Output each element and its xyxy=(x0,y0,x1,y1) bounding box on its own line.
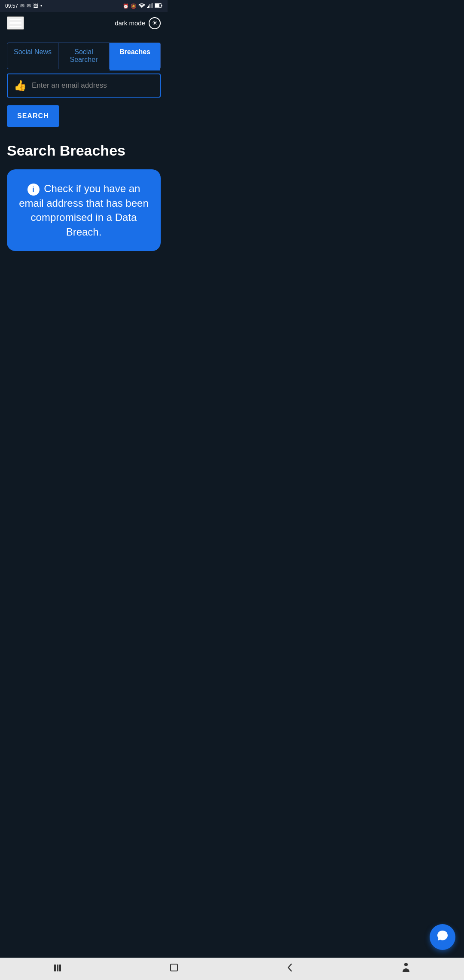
dark-mode-container: dark mode ☀ xyxy=(115,17,161,29)
wifi-icon xyxy=(138,3,145,9)
email1-icon: ✉ xyxy=(20,3,24,9)
dot-indicator: • xyxy=(40,3,42,9)
tab-social-news-label: Social News xyxy=(14,48,52,55)
svg-rect-3 xyxy=(150,4,150,8)
info-icon: i xyxy=(27,184,40,196)
svg-rect-4 xyxy=(151,3,152,8)
brightness-icon: ☀ xyxy=(152,19,158,27)
hamburger-line-1 xyxy=(9,19,21,20)
thumbs-up-icon: 👍 xyxy=(14,80,27,92)
tab-breaches[interactable]: Breaches xyxy=(110,43,160,69)
tab-social-searcher[interactable]: Social Searcher xyxy=(58,43,110,69)
status-left: 09:57 ✉ ✉ 🖼 • xyxy=(5,3,42,9)
signal-icon xyxy=(147,3,153,9)
image-icon: 🖼 xyxy=(33,3,38,9)
search-button-label: SEARCH xyxy=(17,112,49,119)
status-time: 09:57 xyxy=(5,3,18,9)
dark-mode-label: dark mode xyxy=(115,19,145,27)
mute-icon: 🔕 xyxy=(131,3,137,9)
svg-rect-5 xyxy=(152,3,153,8)
main-content: 👍 SEARCH Search Breaches i Check if you … xyxy=(0,74,168,303)
hamburger-menu-button[interactable] xyxy=(7,16,24,30)
page-title: Search Breaches xyxy=(7,142,161,159)
svg-rect-1 xyxy=(147,7,148,8)
svg-rect-8 xyxy=(162,5,162,6)
dark-mode-toggle[interactable]: ☀ xyxy=(149,17,161,29)
email-search-container: 👍 xyxy=(7,74,161,98)
hamburger-line-3 xyxy=(9,26,21,27)
status-bar: 09:57 ✉ ✉ 🖼 • ⏰ 🔕 xyxy=(0,0,168,12)
info-card-text: i Check if you have an email address tha… xyxy=(17,181,150,239)
tab-bar: Social News Social Searcher Breaches xyxy=(7,43,161,69)
info-card: i Check if you have an email address tha… xyxy=(7,169,161,251)
battery-icon xyxy=(155,3,162,9)
status-right: ⏰ 🔕 xyxy=(123,3,162,9)
tab-breaches-label: Breaches xyxy=(119,48,150,55)
svg-rect-7 xyxy=(155,4,159,7)
header: dark mode ☀ xyxy=(0,12,168,34)
tab-social-news[interactable]: Social News xyxy=(7,43,58,69)
hamburger-line-2 xyxy=(9,22,21,24)
alarm-icon: ⏰ xyxy=(123,3,129,9)
svg-point-0 xyxy=(141,7,143,8)
email-input[interactable] xyxy=(32,81,154,90)
search-button[interactable]: SEARCH xyxy=(7,105,59,127)
email2-icon: ✉ xyxy=(27,3,31,9)
tab-social-searcher-label: Social Searcher xyxy=(70,48,98,63)
svg-rect-2 xyxy=(148,6,149,8)
